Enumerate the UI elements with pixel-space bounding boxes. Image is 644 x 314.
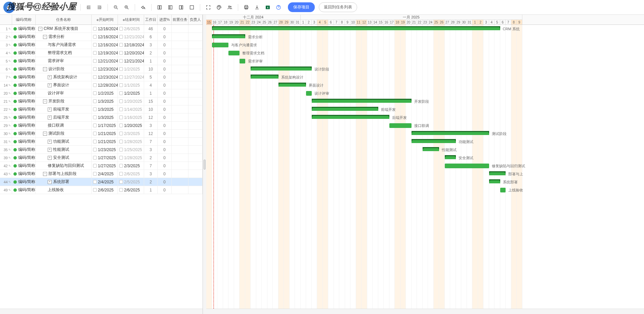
summary-bar[interactable] [489, 179, 500, 183]
checkbox[interactable] [119, 35, 123, 39]
checkbox[interactable] [119, 43, 123, 47]
task-bar[interactable] [212, 43, 229, 47]
indent-button[interactable] [95, 3, 104, 12]
summary-bar[interactable] [278, 83, 306, 87]
share-button[interactable] [138, 3, 148, 12]
task-row[interactable]: 2✎编码/简称−需求分析 12/16/2024 12/21/202460 [0, 33, 203, 41]
task-row[interactable]: 5✎编码/简称需求评审 12/21/2024 12/21/202410 [0, 57, 203, 65]
save-project-button[interactable]: 保存项目 [288, 2, 315, 12]
row-start[interactable]: 1/17/2025 [92, 122, 118, 129]
print-button[interactable] [242, 3, 251, 12]
checkbox[interactable] [93, 180, 97, 184]
row-name[interactable]: 需求评审 [36, 57, 92, 65]
row-name[interactable]: +后端开发 [36, 114, 92, 121]
task-bar[interactable] [306, 91, 312, 96]
day-header[interactable]: 25 [434, 20, 439, 25]
row-end[interactable]: 1/28/2025 [118, 154, 144, 162]
task-row[interactable]: 1✎编码/简称−CRM 系统开发项目 12/16/2024 2/6/202546… [0, 25, 203, 33]
day-header[interactable]: 11 [356, 20, 362, 25]
row-start[interactable]: 1/21/2025 [92, 130, 118, 137]
checkbox[interactable] [119, 83, 123, 87]
day-header[interactable]: 25 [262, 20, 267, 25]
checkbox[interactable] [93, 83, 97, 87]
day-header[interactable]: 26 [439, 20, 445, 25]
expand-toggle[interactable]: − [43, 172, 47, 176]
outdent-button[interactable] [84, 3, 93, 12]
task-row[interactable]: 43✎编码/简称−部署与上线阶段 2/4/2025 2/6/202530 [0, 170, 203, 178]
row-code[interactable]: 编码/简称 [12, 81, 36, 89]
expand-toggle[interactable]: + [48, 140, 52, 144]
day-header[interactable]: 17 [389, 20, 395, 25]
row-end[interactable]: 12/21/2024 [118, 57, 144, 65]
checkbox[interactable] [93, 188, 97, 192]
zoom-out-button[interactable] [111, 3, 121, 12]
row-end[interactable]: 1/28/2025 [118, 138, 144, 145]
day-header[interactable]: 7 [334, 20, 340, 25]
col-progress[interactable]: 进度% [158, 15, 172, 25]
col-workdays[interactable]: 工作日 [144, 15, 158, 25]
summary-bar[interactable] [312, 107, 378, 111]
row-name[interactable]: 设计评审 [36, 89, 92, 97]
summary-bar[interactable] [489, 171, 506, 175]
col-end[interactable]: ◆结束时间 [118, 15, 144, 25]
row-name[interactable]: +系统架构设计 [36, 73, 92, 81]
layout-3-button[interactable] [176, 3, 186, 12]
checkbox[interactable] [93, 107, 97, 111]
expand-toggle[interactable]: + [48, 83, 52, 87]
row-code[interactable]: 编码/简称 [12, 49, 36, 57]
expand-toggle[interactable]: + [48, 107, 52, 111]
row-end[interactable]: 12/20/2024 [118, 49, 144, 57]
help-button[interactable] [274, 3, 283, 12]
row-name[interactable]: 接口联调 [36, 122, 92, 129]
task-bar[interactable] [389, 123, 412, 128]
checkbox[interactable] [93, 51, 97, 55]
row-name[interactable]: −CRM 系统开发项目 [36, 25, 92, 33]
day-header[interactable]: 26 [267, 20, 273, 25]
row-code[interactable]: 编码/简称 [12, 65, 36, 73]
row-start[interactable]: 1/23/2025 [92, 146, 118, 153]
checkbox[interactable] [119, 27, 123, 31]
undo-button[interactable] [19, 3, 28, 12]
day-header[interactable]: 3 [483, 20, 489, 25]
day-header[interactable]: 20 [234, 20, 240, 25]
checkbox[interactable] [119, 188, 123, 192]
row-start[interactable]: 12/16/2024 [92, 25, 118, 33]
checkbox[interactable] [93, 59, 97, 63]
row-code[interactable]: 编码/简称 [12, 138, 36, 145]
task-row[interactable]: 44✎编码/简称+系统部署 2/4/2025 2/5/202520 [0, 178, 203, 186]
row-end[interactable]: 2/3/2025 [118, 130, 144, 137]
day-header[interactable]: 18 [223, 20, 229, 25]
checkbox[interactable] [119, 124, 123, 127]
task-row[interactable]: 30✎编码/简称−测试阶段 1/21/2025 2/3/2025120 [0, 130, 203, 138]
task-row[interactable]: 29✎编码/简称接口联调 1/17/2025 1/20/202530 [0, 122, 203, 130]
row-name[interactable]: +系统部署 [36, 178, 92, 186]
row-start[interactable]: 12/19/2024 [92, 49, 118, 57]
row-end[interactable]: 12/27/2024 [118, 73, 144, 81]
row-code[interactable]: 编码/简称 [12, 186, 36, 194]
day-header[interactable]: 17 [217, 20, 223, 25]
task-bar[interactable] [240, 59, 245, 63]
row-end[interactable]: 2/6/2025 [118, 25, 144, 33]
expand-toggle[interactable]: − [43, 67, 47, 71]
row-end[interactable]: 1/1/2025 [118, 81, 144, 89]
summary-bar[interactable] [251, 75, 278, 79]
row-code[interactable]: 编码/简称 [12, 57, 36, 65]
day-header[interactable]: 15 [206, 20, 212, 25]
day-header[interactable]: 29 [456, 20, 462, 25]
row-start[interactable]: 12/28/2024 [92, 81, 118, 89]
col-index[interactable] [0, 15, 12, 25]
move-up-button[interactable] [46, 3, 55, 12]
day-header[interactable]: 4 [489, 20, 495, 25]
row-end[interactable]: 1/20/2025 [118, 122, 144, 129]
task-row[interactable]: 3✎编码/简称与客户沟通需求 12/16/2024 12/18/202430 [0, 41, 203, 49]
col-code[interactable]: 编码/简称 [12, 15, 36, 25]
day-header[interactable]: 19 [400, 20, 406, 25]
row-start[interactable]: 12/23/2024 [92, 65, 118, 73]
day-header[interactable]: 2 [306, 20, 312, 25]
row-end[interactable]: 1/16/2025 [118, 114, 144, 121]
row-code[interactable]: 编码/简称 [12, 162, 36, 170]
expand-toggle[interactable]: + [48, 75, 52, 79]
row-end[interactable]: 12/18/2024 [118, 41, 144, 49]
day-header[interactable]: 5 [495, 20, 500, 25]
row-end[interactable]: 2/3/2025 [118, 162, 144, 170]
